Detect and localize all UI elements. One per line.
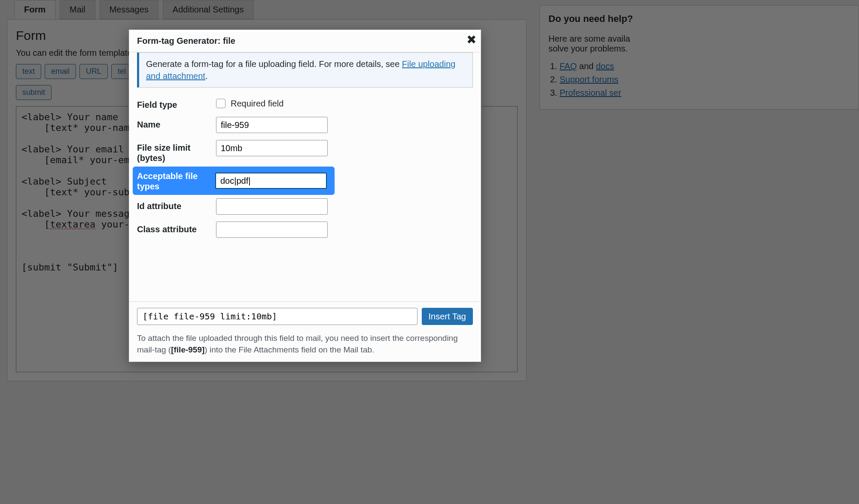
file-size-input[interactable] [216, 140, 328, 156]
modal-title: Form-tag Generator: file [137, 36, 235, 46]
label-id-attr: Id attribute [137, 198, 216, 215]
modal-header: Form-tag Generator: file ✖ [129, 30, 481, 52]
modal-body: Generate a form-tag for a file uploading… [129, 52, 481, 301]
close-icon[interactable]: ✖ [466, 33, 476, 47]
row-name: Name [137, 113, 473, 137]
info-box: Generate a form-tag for a file uploading… [137, 52, 473, 88]
required-label: Required field [231, 99, 283, 109]
generated-tag-output[interactable] [137, 308, 417, 325]
label-name: Name [137, 117, 216, 133]
label-field-type: Field type [137, 97, 216, 110]
row-class-attr: Class attribute [137, 218, 473, 241]
form-tag-generator-modal: Form-tag Generator: file ✖ Generate a fo… [129, 30, 481, 362]
row-file-types-highlighted: Acceptable file types [133, 167, 335, 195]
class-attr-input[interactable] [216, 222, 328, 238]
name-input[interactable] [216, 117, 328, 133]
id-attr-input[interactable] [216, 198, 328, 215]
row-id-attr: Id attribute [137, 195, 473, 218]
insert-tag-button[interactable]: Insert Tag [422, 308, 473, 325]
label-file-size: File size limit (bytes) [137, 140, 216, 163]
row-field-type: Field type Required field [137, 94, 473, 113]
row-file-size: File size limit (bytes) [137, 137, 473, 167]
modal-spacer [137, 241, 473, 301]
label-class-attr: Class attribute [137, 222, 216, 238]
footer-note: To attach the file uploaded through this… [137, 333, 473, 355]
file-types-input[interactable] [215, 173, 327, 189]
label-file-types: Acceptable file types [137, 170, 215, 191]
modal-footer: Insert Tag To attach the file uploaded t… [129, 301, 481, 361]
required-checkbox[interactable] [216, 99, 225, 108]
